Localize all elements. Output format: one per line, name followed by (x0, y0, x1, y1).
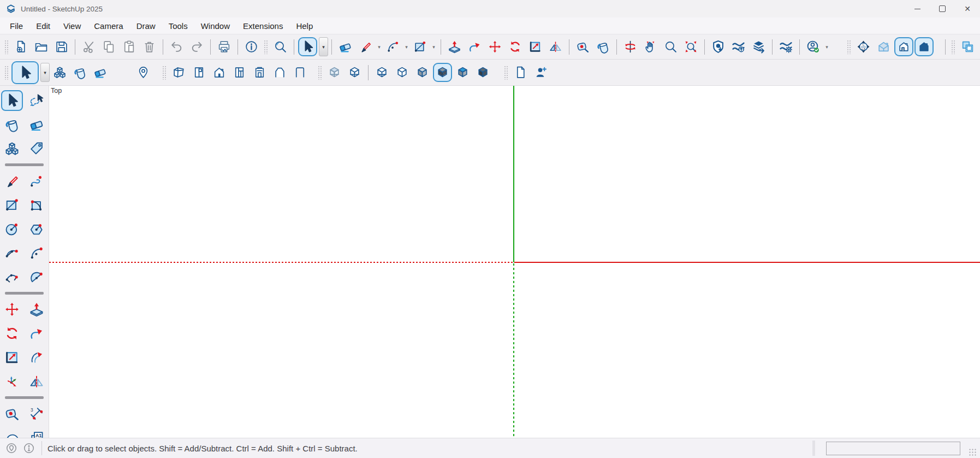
two-point-arc-button[interactable] (26, 243, 47, 263)
menu-tools[interactable]: Tools (162, 17, 194, 34)
account-dropdown[interactable]: ▾ (823, 39, 830, 55)
zoom-extents-button[interactable] (681, 37, 700, 56)
drag-handle[interactable] (4, 40, 9, 54)
scale-button[interactable] (1, 347, 23, 368)
new-document-button[interactable] (511, 63, 530, 82)
pie-button[interactable] (26, 267, 47, 287)
polygon-button[interactable] (26, 219, 47, 239)
line-button[interactable] (356, 37, 375, 56)
xray-style-button[interactable] (325, 63, 344, 82)
component-frame-button[interactable] (290, 63, 310, 82)
shapes-dropdown[interactable]: ▾ (430, 39, 437, 55)
paint-bucket-button[interactable] (1, 114, 23, 135)
model-info-button[interactable] (242, 37, 261, 56)
search-sketchup-button[interactable] (271, 37, 290, 56)
paint-bucket-button[interactable] (70, 63, 90, 82)
menu-help[interactable]: Help (289, 17, 319, 34)
drawing-viewport[interactable]: Top (49, 86, 980, 438)
menu-camera[interactable]: Camera (87, 17, 129, 34)
eraser-button[interactable] (91, 63, 110, 82)
offset-button[interactable] (26, 347, 47, 368)
scale-button[interactable] (526, 37, 545, 56)
close-button[interactable]: ✕ (955, 0, 980, 17)
shaded-textures-style-button[interactable] (433, 63, 452, 82)
delete-button[interactable] (140, 37, 159, 56)
eraser-button[interactable] (336, 37, 355, 56)
circle-button[interactable] (1, 219, 23, 239)
arcs-dropdown[interactable]: ▾ (403, 39, 410, 55)
save-button[interactable] (52, 37, 71, 56)
print-button[interactable] (215, 37, 234, 56)
wireframe-style-button[interactable] (372, 63, 391, 82)
line-dropdown[interactable]: ▾ (376, 39, 383, 55)
rotate-button[interactable] (1, 323, 23, 344)
pan-button[interactable] (641, 37, 660, 56)
axes-button[interactable] (1, 371, 23, 392)
component-house-button[interactable] (210, 63, 229, 82)
follow-me-button[interactable] (26, 323, 47, 344)
tape-measure-button[interactable] (1, 403, 23, 424)
selection-overlay-button[interactable] (958, 37, 977, 56)
send-to-layout-button[interactable] (749, 37, 768, 56)
move-button[interactable] (485, 37, 504, 56)
component-door-button[interactable] (189, 63, 209, 82)
shaded-style-button[interactable] (413, 63, 432, 82)
drag-handle[interactable] (162, 66, 167, 80)
geolocation-button[interactable] (4, 441, 19, 455)
components-button[interactable] (1, 138, 23, 159)
freehand-button[interactable] (26, 171, 47, 191)
component-window-button[interactable] (230, 63, 249, 82)
arcs-button[interactable] (383, 37, 402, 56)
copy-button[interactable] (99, 37, 118, 56)
shapes-button[interactable] (411, 37, 430, 56)
tape-measure-button[interactable] (573, 37, 592, 56)
measurements-input[interactable] (826, 442, 960, 455)
menu-extensions[interactable]: Extensions (236, 17, 289, 34)
component-cabinet-button[interactable] (250, 63, 269, 82)
resize-grip[interactable] (968, 448, 977, 456)
orbit-button[interactable] (621, 37, 640, 56)
ambient-occlusion-style-button[interactable] (473, 63, 492, 82)
three-point-arc-button[interactable] (1, 267, 23, 287)
line-button[interactable] (1, 171, 23, 191)
lasso-button[interactable] (26, 90, 47, 111)
drag-handle[interactable] (318, 66, 322, 80)
select-dropdown[interactable]: ▾ (319, 37, 328, 56)
push-pull-button[interactable] (445, 37, 464, 56)
monochrome-view-button[interactable] (914, 37, 934, 56)
flip-button[interactable] (546, 37, 565, 56)
position-camera-button[interactable]: CA-B (854, 37, 873, 56)
account-button[interactable] (804, 37, 823, 56)
credits-info-button[interactable] (22, 441, 36, 455)
drag-handle[interactable] (4, 66, 9, 80)
rotate-button[interactable] (506, 37, 525, 56)
cut-button[interactable] (79, 37, 98, 56)
drag-handle[interactable] (951, 40, 955, 54)
eraser-button[interactable] (26, 114, 47, 135)
drag-handle[interactable] (264, 40, 268, 54)
tag-button[interactable] (26, 138, 47, 159)
select-dropdown[interactable]: ▾ (40, 63, 50, 82)
xray-view-button[interactable] (874, 37, 893, 56)
zoom-button[interactable] (661, 37, 680, 56)
monochrome-style-button[interactable] (453, 63, 472, 82)
dimension-button[interactable]: 3 (26, 403, 47, 424)
drag-handle[interactable] (504, 66, 508, 80)
extension-warehouse-button[interactable] (776, 37, 795, 56)
menu-window[interactable]: Window (194, 17, 236, 34)
3d-warehouse-button[interactable] (709, 37, 728, 56)
back-edges-style-button[interactable] (345, 63, 364, 82)
minimize-button[interactable] (905, 0, 930, 17)
add-person-button[interactable] (531, 63, 550, 82)
menu-draw[interactable]: Draw (130, 17, 162, 34)
shaded-view-button[interactable] (894, 37, 913, 56)
hidden-line-style-button[interactable] (393, 63, 412, 82)
move-button[interactable] (1, 299, 23, 320)
components-button[interactable] (50, 63, 69, 82)
add-location-button[interactable] (134, 63, 153, 82)
open-button[interactable] (32, 37, 51, 56)
menu-edit[interactable]: Edit (29, 17, 57, 34)
select-button[interactable] (1, 90, 23, 111)
rectangle-button[interactable] (1, 195, 23, 215)
push-pull-button[interactable] (26, 299, 47, 320)
